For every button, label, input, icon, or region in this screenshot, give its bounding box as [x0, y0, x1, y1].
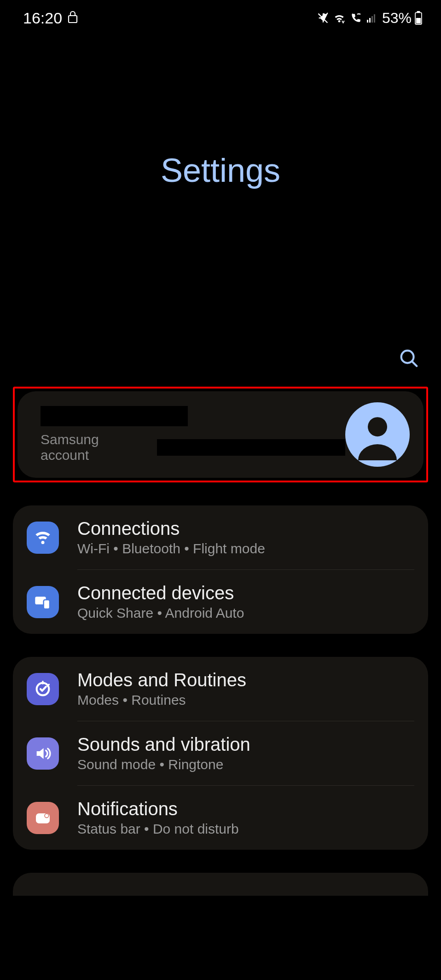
- svg-point-15: [45, 813, 49, 818]
- battery-text: 53%: [382, 10, 412, 27]
- search-icon: [398, 348, 419, 371]
- list-item-connections[interactable]: Connections Wi-Fi • Bluetooth • Flight m…: [13, 505, 428, 569]
- devices-icon: [27, 586, 59, 618]
- list-item-text: Sounds and vibration Sound mode • Ringto…: [77, 734, 414, 772]
- list-item-title: Connected devices: [77, 583, 414, 603]
- list-item-sounds-vibration[interactable]: Sounds and vibration Sound mode • Ringto…: [13, 721, 428, 785]
- search-button[interactable]: [395, 345, 423, 373]
- account-email-redacted: [157, 439, 345, 456]
- signal-icon: [366, 12, 377, 23]
- list-item-subtitle: Modes • Routines: [77, 692, 414, 708]
- settings-group-3-peek: [13, 873, 428, 896]
- account-subtitle-row: Samsung account: [41, 432, 345, 463]
- wifi-icon: [27, 522, 59, 554]
- list-item-text: Notifications Status bar • Do not distur…: [77, 799, 414, 837]
- action-bar: [0, 345, 441, 387]
- svg-rect-4: [374, 14, 375, 23]
- notifications-icon: [27, 802, 59, 834]
- svg-point-10: [368, 417, 387, 436]
- account-card[interactable]: Samsung account: [17, 391, 424, 478]
- settings-group-1: Connections Wi-Fi • Bluetooth • Flight m…: [13, 505, 428, 634]
- svg-rect-7: [416, 18, 421, 23]
- list-item-subtitle: Quick Share • Android Auto: [77, 605, 414, 621]
- svg-rect-12: [44, 600, 50, 609]
- list-item-title: Modes and Routines: [77, 670, 414, 690]
- lock-icon: [68, 9, 78, 27]
- wifi-icon: [332, 12, 346, 23]
- status-left: 16:20: [23, 9, 78, 27]
- settings-group-2: Modes and Routines Modes • Routines Soun…: [13, 657, 428, 850]
- status-right: 53%: [317, 10, 423, 27]
- account-subtitle: Samsung account: [41, 432, 151, 463]
- list-item-title: Connections: [77, 518, 414, 539]
- list-item-modes-routines[interactable]: Modes and Routines Modes • Routines: [13, 657, 428, 721]
- status-bar: 16:20: [0, 0, 441, 32]
- list-item-text: Connected devices Quick Share • Android …: [77, 583, 414, 621]
- wifi-calling-icon: [349, 12, 363, 24]
- list-item-notifications[interactable]: Notifications Status bar • Do not distur…: [13, 786, 428, 850]
- page-title: Settings: [161, 151, 280, 189]
- account-text-group: Samsung account: [31, 406, 345, 463]
- account-name-redacted: [41, 406, 188, 426]
- list-item-subtitle: Status bar • Do not disturb: [77, 821, 414, 837]
- list-item-subtitle: Sound mode • Ringtone: [77, 757, 414, 772]
- sound-icon: [27, 737, 59, 770]
- status-time: 16:20: [23, 9, 62, 27]
- list-item-title: Sounds and vibration: [77, 734, 414, 755]
- list-item-title: Notifications: [77, 799, 414, 819]
- mute-icon: [317, 12, 330, 24]
- avatar: [345, 402, 410, 467]
- list-item-text: Connections Wi-Fi • Bluetooth • Flight m…: [77, 518, 414, 557]
- battery-icon: [414, 11, 423, 25]
- list-item-subtitle: Wi-Fi • Bluetooth • Flight mode: [77, 541, 414, 557]
- header-region: Settings: [0, 32, 441, 364]
- svg-rect-2: [369, 18, 371, 23]
- svg-rect-1: [367, 20, 368, 23]
- list-item-connected-devices[interactable]: Connected devices Quick Share • Android …: [13, 570, 428, 634]
- list-item-text: Modes and Routines Modes • Routines: [77, 670, 414, 708]
- svg-rect-3: [371, 16, 373, 23]
- account-highlight-box: Samsung account: [13, 387, 428, 482]
- routines-icon: [27, 673, 59, 705]
- svg-rect-0: [69, 16, 77, 23]
